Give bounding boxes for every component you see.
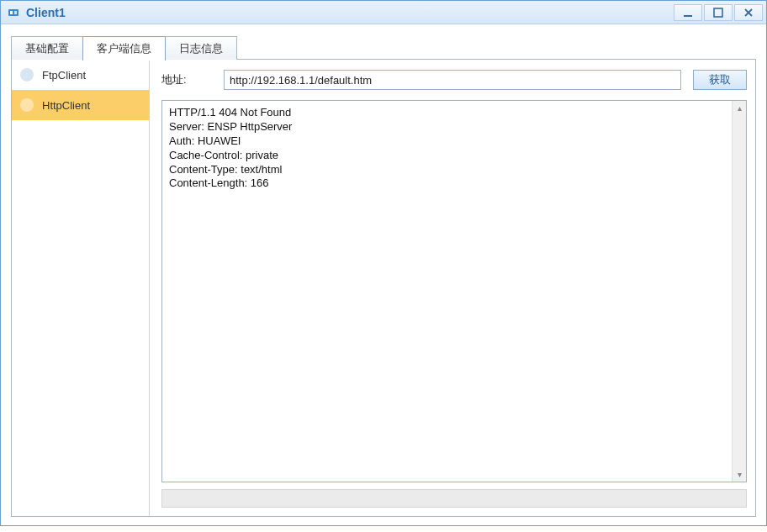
tab-label: 日志信息 [179, 42, 223, 55]
svg-rect-0 [8, 9, 19, 16]
vertical-scrollbar[interactable]: ▴ ▾ [732, 101, 746, 482]
address-row: 地址: 获取 [161, 70, 747, 90]
titlebar: Client1 [1, 1, 766, 24]
scroll-down-icon[interactable]: ▾ [733, 467, 746, 482]
response-box: HTTP/1.1 404 Not Found Server: ENSP Http… [161, 100, 747, 482]
window-title: Client1 [26, 6, 674, 19]
bullet-icon [20, 98, 34, 112]
svg-rect-3 [684, 15, 692, 17]
content-area: 基础配置 客户端信息 日志信息 FtpClient HttpClient [1, 24, 766, 525]
tab-basic-config[interactable]: 基础配置 [11, 36, 83, 60]
tab-underline [237, 36, 756, 60]
response-text[interactable]: HTTP/1.1 404 Not Found Server: ENSP Http… [162, 101, 732, 482]
fetch-button[interactable]: 获取 [693, 70, 747, 90]
tab-row: 基础配置 客户端信息 日志信息 [11, 36, 756, 60]
address-label: 地址: [161, 72, 212, 87]
scroll-up-icon[interactable]: ▴ [733, 101, 746, 115]
address-input[interactable] [224, 70, 681, 90]
close-button[interactable] [734, 4, 763, 21]
app-icon [6, 5, 21, 20]
sidebar-item-ftpclient[interactable]: FtpClient [12, 60, 149, 90]
fetch-button-label: 获取 [709, 72, 731, 87]
svg-rect-4 [714, 8, 722, 17]
svg-rect-2 [14, 11, 17, 14]
app-window: Client1 基础配置 客户端信息 日志信息 [0, 0, 767, 526]
sidebar: FtpClient HttpClient [12, 60, 150, 516]
tab-log-info[interactable]: 日志信息 [165, 36, 237, 60]
tab-client-info[interactable]: 客户端信息 [82, 36, 166, 61]
sidebar-item-httpclient[interactable]: HttpClient [12, 90, 149, 120]
bullet-icon [20, 68, 34, 82]
sidebar-item-label: HttpClient [42, 99, 90, 112]
minimize-button[interactable] [674, 4, 702, 21]
svg-rect-1 [10, 11, 13, 14]
window-controls [674, 4, 763, 21]
sidebar-item-label: FtpClient [42, 69, 86, 82]
status-strip [161, 489, 747, 508]
main-panel: 地址: 获取 HTTP/1.1 404 Not Found Server: EN… [150, 60, 755, 516]
tab-label: 客户端信息 [97, 42, 151, 55]
maximize-button[interactable] [704, 4, 733, 21]
tab-label: 基础配置 [25, 42, 69, 55]
tab-body: FtpClient HttpClient 地址: 获取 HTTP/1.1 404… [11, 59, 756, 517]
